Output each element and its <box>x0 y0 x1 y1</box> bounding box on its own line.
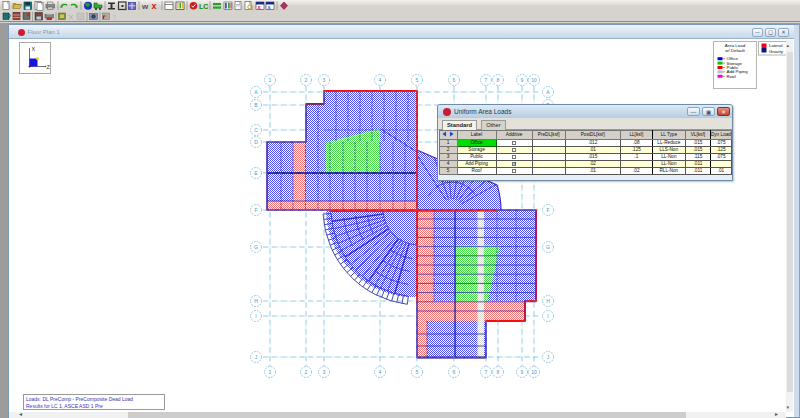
svg-text:F: F <box>546 207 549 213</box>
svg-text:C: C <box>254 127 258 133</box>
svg-text:s: s <box>268 4 271 10</box>
svg-text:H: H <box>254 298 258 304</box>
svg-text:I: I <box>547 313 548 319</box>
svg-text:1: 1 <box>269 77 272 83</box>
svg-text:G: G <box>254 244 258 250</box>
svg-text:G: G <box>546 244 550 250</box>
svg-text:H: H <box>546 298 550 304</box>
svg-text:7: 7 <box>485 369 488 375</box>
svg-text:8: 8 <box>497 77 500 83</box>
svg-text:Z: Z <box>47 64 51 70</box>
svg-text:D: D <box>254 139 258 145</box>
svg-text:9: 9 <box>521 369 524 375</box>
svg-text:4: 4 <box>379 369 382 375</box>
svg-text:8: 8 <box>497 369 500 375</box>
svg-text:10: 10 <box>531 77 537 83</box>
svg-text:7: 7 <box>485 77 488 83</box>
svg-text:10: 10 <box>531 369 537 375</box>
svg-text:✕: ✕ <box>68 13 75 22</box>
svg-text:4: 4 <box>379 77 382 83</box>
svg-text:LC: LC <box>199 3 208 10</box>
svg-text:w: w <box>141 2 149 11</box>
svg-text:6: 6 <box>453 369 456 375</box>
svg-text:Gravity: Gravity <box>769 49 784 54</box>
svg-text:?: ? <box>112 13 117 22</box>
svg-text:6: 6 <box>453 77 456 83</box>
svg-text:5: 5 <box>416 77 419 83</box>
svg-text:F: F <box>254 207 257 213</box>
svg-text:5: 5 <box>416 369 419 375</box>
svg-text:Roof: Roof <box>727 74 737 79</box>
svg-text:1: 1 <box>269 369 272 375</box>
svg-text:I: I <box>255 313 256 319</box>
svg-text:X: X <box>32 46 36 52</box>
svg-text:2: 2 <box>305 369 308 375</box>
svg-text:3: 3 <box>323 77 326 83</box>
svg-text:x: x <box>152 1 157 11</box>
svg-text:3: 3 <box>323 369 326 375</box>
svg-text:2: 2 <box>305 77 308 83</box>
svg-text:w/ Default: w/ Default <box>725 48 745 53</box>
svg-text:9: 9 <box>521 77 524 83</box>
